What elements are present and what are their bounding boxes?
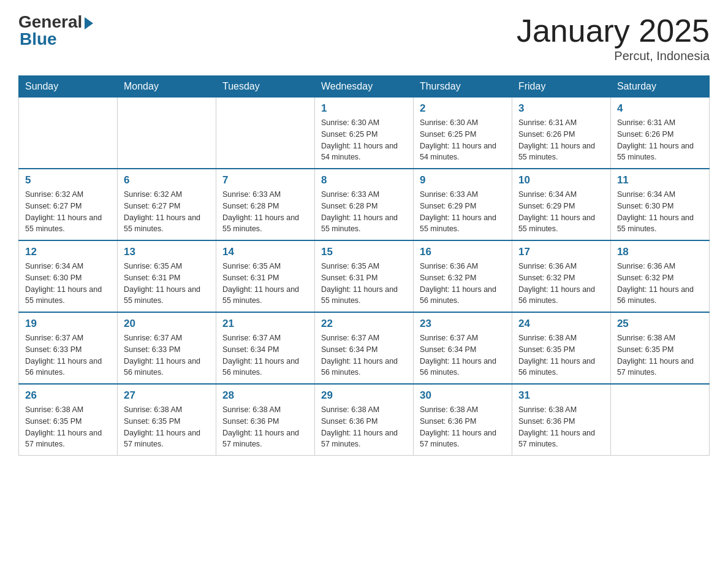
day-info: Sunrise: 6:37 AM Sunset: 6:33 PM Dayligh… — [124, 332, 210, 378]
day-info: Sunrise: 6:36 AM Sunset: 6:32 PM Dayligh… — [518, 261, 604, 307]
day-info: Sunrise: 6:38 AM Sunset: 6:35 PM Dayligh… — [25, 404, 111, 450]
day-info: Sunrise: 6:38 AM Sunset: 6:36 PM Dayligh… — [222, 404, 308, 450]
calendar-cell: 8Sunrise: 6:33 AM Sunset: 6:28 PM Daylig… — [314, 169, 413, 240]
day-info: Sunrise: 6:38 AM Sunset: 6:36 PM Dayligh… — [420, 404, 506, 450]
day-number: 4 — [617, 102, 703, 115]
day-info: Sunrise: 6:38 AM Sunset: 6:35 PM Dayligh… — [124, 404, 210, 450]
day-info: Sunrise: 6:36 AM Sunset: 6:32 PM Dayligh… — [420, 261, 506, 307]
day-header-saturday: Saturday — [610, 76, 709, 98]
day-info: Sunrise: 6:35 AM Sunset: 6:31 PM Dayligh… — [222, 261, 308, 307]
day-header-tuesday: Tuesday — [216, 76, 314, 98]
calendar-cell: 16Sunrise: 6:36 AM Sunset: 6:32 PM Dayli… — [413, 240, 512, 312]
calendar-cell: 31Sunrise: 6:38 AM Sunset: 6:36 PM Dayli… — [512, 384, 610, 456]
day-number: 8 — [321, 174, 407, 186]
calendar-cell: 9Sunrise: 6:33 AM Sunset: 6:29 PM Daylig… — [413, 169, 512, 240]
calendar-week-row: 1Sunrise: 6:30 AM Sunset: 6:25 PM Daylig… — [19, 98, 710, 169]
day-number: 25 — [617, 318, 703, 330]
day-number: 22 — [321, 318, 407, 330]
day-number: 2 — [420, 102, 506, 115]
calendar-table: SundayMondayTuesdayWednesdayThursdayFrid… — [18, 75, 710, 456]
calendar-cell: 1Sunrise: 6:30 AM Sunset: 6:25 PM Daylig… — [314, 98, 413, 169]
day-number: 26 — [25, 389, 111, 402]
day-number: 6 — [124, 174, 210, 186]
day-info: Sunrise: 6:34 AM Sunset: 6:30 PM Dayligh… — [25, 261, 111, 307]
calendar-cell: 5Sunrise: 6:32 AM Sunset: 6:27 PM Daylig… — [19, 169, 118, 240]
day-number: 31 — [518, 389, 604, 402]
day-info: Sunrise: 6:33 AM Sunset: 6:28 PM Dayligh… — [321, 189, 407, 235]
day-info: Sunrise: 6:32 AM Sunset: 6:27 PM Dayligh… — [124, 189, 210, 235]
day-header-thursday: Thursday — [413, 76, 512, 98]
calendar-cell: 15Sunrise: 6:35 AM Sunset: 6:31 PM Dayli… — [314, 240, 413, 312]
calendar-cell: 12Sunrise: 6:34 AM Sunset: 6:30 PM Dayli… — [19, 240, 118, 312]
calendar-cell: 23Sunrise: 6:37 AM Sunset: 6:34 PM Dayli… — [413, 312, 512, 384]
calendar-cell: 10Sunrise: 6:34 AM Sunset: 6:29 PM Dayli… — [512, 169, 610, 240]
calendar-week-row: 12Sunrise: 6:34 AM Sunset: 6:30 PM Dayli… — [19, 240, 710, 312]
day-info: Sunrise: 6:35 AM Sunset: 6:31 PM Dayligh… — [124, 261, 210, 307]
calendar-cell — [610, 384, 709, 456]
day-info: Sunrise: 6:30 AM Sunset: 6:25 PM Dayligh… — [420, 117, 506, 163]
calendar-cell: 19Sunrise: 6:37 AM Sunset: 6:33 PM Dayli… — [19, 312, 118, 384]
day-number: 12 — [25, 246, 111, 258]
day-number: 10 — [518, 174, 604, 186]
day-info: Sunrise: 6:37 AM Sunset: 6:33 PM Dayligh… — [25, 332, 111, 378]
calendar-week-row: 5Sunrise: 6:32 AM Sunset: 6:27 PM Daylig… — [19, 169, 710, 240]
day-info: Sunrise: 6:31 AM Sunset: 6:26 PM Dayligh… — [518, 117, 604, 163]
calendar-cell: 24Sunrise: 6:38 AM Sunset: 6:35 PM Dayli… — [512, 312, 610, 384]
day-number: 16 — [420, 246, 506, 258]
calendar-cell — [117, 98, 216, 169]
calendar-cell: 3Sunrise: 6:31 AM Sunset: 6:26 PM Daylig… — [512, 98, 610, 169]
title-section: January 2025 Percut, Indonesia — [517, 12, 710, 63]
day-number: 5 — [25, 174, 111, 186]
day-info: Sunrise: 6:33 AM Sunset: 6:29 PM Dayligh… — [420, 189, 506, 235]
day-info: Sunrise: 6:38 AM Sunset: 6:36 PM Dayligh… — [321, 404, 407, 450]
day-info: Sunrise: 6:30 AM Sunset: 6:25 PM Dayligh… — [321, 117, 407, 163]
day-number: 17 — [518, 246, 604, 258]
calendar-cell: 14Sunrise: 6:35 AM Sunset: 6:31 PM Dayli… — [216, 240, 314, 312]
day-info: Sunrise: 6:38 AM Sunset: 6:36 PM Dayligh… — [518, 404, 604, 450]
day-header-wednesday: Wednesday — [314, 76, 413, 98]
day-info: Sunrise: 6:34 AM Sunset: 6:30 PM Dayligh… — [617, 189, 703, 235]
day-header-friday: Friday — [512, 76, 610, 98]
day-info: Sunrise: 6:38 AM Sunset: 6:35 PM Dayligh… — [518, 332, 604, 378]
logo-arrow-icon — [85, 17, 93, 29]
calendar-title: January 2025 — [517, 12, 710, 49]
day-info: Sunrise: 6:38 AM Sunset: 6:35 PM Dayligh… — [617, 332, 703, 378]
day-info: Sunrise: 6:31 AM Sunset: 6:26 PM Dayligh… — [617, 117, 703, 163]
calendar-cell: 20Sunrise: 6:37 AM Sunset: 6:33 PM Dayli… — [117, 312, 216, 384]
page-header: General Blue January 2025 Percut, Indone… — [18, 12, 710, 63]
day-number: 30 — [420, 389, 506, 402]
calendar-cell: 7Sunrise: 6:33 AM Sunset: 6:28 PM Daylig… — [216, 169, 314, 240]
day-number: 3 — [518, 102, 604, 115]
calendar-cell: 11Sunrise: 6:34 AM Sunset: 6:30 PM Dayli… — [610, 169, 709, 240]
calendar-cell: 17Sunrise: 6:36 AM Sunset: 6:32 PM Dayli… — [512, 240, 610, 312]
calendar-cell: 2Sunrise: 6:30 AM Sunset: 6:25 PM Daylig… — [413, 98, 512, 169]
day-number: 27 — [124, 389, 210, 402]
day-number: 18 — [617, 246, 703, 258]
day-number: 9 — [420, 174, 506, 186]
calendar-cell: 22Sunrise: 6:37 AM Sunset: 6:34 PM Dayli… — [314, 312, 413, 384]
calendar-cell: 26Sunrise: 6:38 AM Sunset: 6:35 PM Dayli… — [19, 384, 118, 456]
calendar-cell: 30Sunrise: 6:38 AM Sunset: 6:36 PM Dayli… — [413, 384, 512, 456]
calendar-cell: 25Sunrise: 6:38 AM Sunset: 6:35 PM Dayli… — [610, 312, 709, 384]
calendar-cell — [216, 98, 314, 169]
day-number: 15 — [321, 246, 407, 258]
day-header-monday: Monday — [117, 76, 216, 98]
calendar-cell: 18Sunrise: 6:36 AM Sunset: 6:32 PM Dayli… — [610, 240, 709, 312]
calendar-header-row: SundayMondayTuesdayWednesdayThursdayFrid… — [19, 76, 710, 98]
day-number: 20 — [124, 318, 210, 330]
calendar-cell: 21Sunrise: 6:37 AM Sunset: 6:34 PM Dayli… — [216, 312, 314, 384]
day-number: 19 — [25, 318, 111, 330]
calendar-cell: 29Sunrise: 6:38 AM Sunset: 6:36 PM Dayli… — [314, 384, 413, 456]
day-number: 21 — [222, 318, 308, 330]
calendar-cell: 28Sunrise: 6:38 AM Sunset: 6:36 PM Dayli… — [216, 384, 314, 456]
day-number: 13 — [124, 246, 210, 258]
calendar-cell: 13Sunrise: 6:35 AM Sunset: 6:31 PM Dayli… — [117, 240, 216, 312]
day-info: Sunrise: 6:32 AM Sunset: 6:27 PM Dayligh… — [25, 189, 111, 235]
day-info: Sunrise: 6:33 AM Sunset: 6:28 PM Dayligh… — [222, 189, 308, 235]
calendar-cell: 27Sunrise: 6:38 AM Sunset: 6:35 PM Dayli… — [117, 384, 216, 456]
calendar-cell: 6Sunrise: 6:32 AM Sunset: 6:27 PM Daylig… — [117, 169, 216, 240]
day-number: 7 — [222, 174, 308, 186]
day-number: 29 — [321, 389, 407, 402]
day-info: Sunrise: 6:35 AM Sunset: 6:31 PM Dayligh… — [321, 261, 407, 307]
day-number: 24 — [518, 318, 604, 330]
